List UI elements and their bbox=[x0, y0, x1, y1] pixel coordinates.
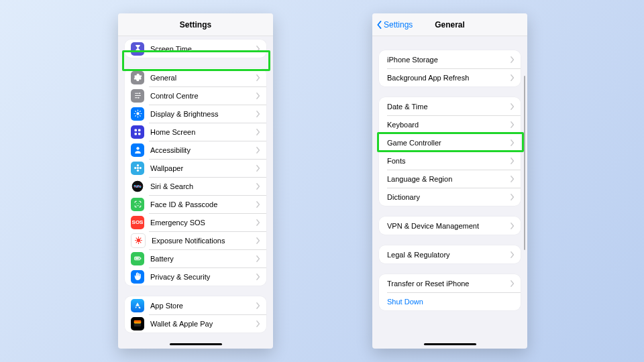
home-indicator[interactable] bbox=[424, 343, 476, 346]
group-reset: Transfer or Reset iPhone Shut Down bbox=[379, 274, 521, 310]
chevron-right-icon bbox=[256, 93, 260, 99]
group-screen-time-partial: Screen Time bbox=[125, 40, 266, 58]
row-language-region[interactable]: Language & Region bbox=[379, 170, 521, 188]
navbar: Settings bbox=[118, 13, 273, 36]
chevron-right-icon bbox=[511, 158, 515, 164]
chevron-right-icon bbox=[256, 129, 260, 135]
chevron-right-icon bbox=[511, 121, 515, 128]
chevron-right-icon bbox=[511, 194, 515, 200]
settings-screen: Settings Screen Time General Control Cen… bbox=[118, 13, 273, 349]
sos-icon: SOS bbox=[131, 216, 144, 229]
row-game-controller[interactable]: Game Controller bbox=[379, 133, 521, 152]
page-title: Settings bbox=[118, 20, 273, 29]
sun-icon bbox=[131, 107, 144, 121]
row-wallpaper[interactable]: Wallpaper bbox=[125, 159, 266, 177]
chevron-right-icon bbox=[511, 280, 515, 287]
row-shut-down[interactable]: Shut Down bbox=[379, 292, 521, 310]
row-iphone-storage[interactable]: iPhone Storage bbox=[379, 50, 521, 68]
row-battery[interactable]: Battery bbox=[125, 249, 266, 267]
chevron-right-icon bbox=[256, 165, 260, 172]
chevron-right-icon bbox=[256, 74, 260, 81]
battery-icon bbox=[131, 252, 144, 265]
row-fonts[interactable]: Fonts bbox=[379, 152, 521, 170]
row-privacy-security[interactable]: Privacy & Security bbox=[125, 267, 266, 286]
group-vpn: VPN & Device Management bbox=[379, 217, 521, 235]
back-button[interactable]: Settings bbox=[372, 20, 413, 29]
chevron-right-icon bbox=[511, 176, 515, 182]
hand-icon bbox=[131, 270, 144, 284]
chevron-right-icon bbox=[256, 46, 260, 52]
row-transfer-reset[interactable]: Transfer or Reset iPhone bbox=[379, 274, 521, 292]
gear-icon bbox=[131, 71, 144, 84]
chevron-right-icon bbox=[256, 147, 260, 154]
row-date-time[interactable]: Date & Time bbox=[379, 97, 521, 115]
row-display-brightness[interactable]: Display & Brightness bbox=[125, 105, 266, 123]
sliders-icon bbox=[131, 89, 144, 103]
row-keyboard[interactable]: Keyboard bbox=[379, 115, 521, 133]
chevron-right-icon bbox=[511, 103, 515, 110]
chevron-right-icon bbox=[256, 219, 260, 226]
row-exposure-notifications[interactable]: Exposure Notifications bbox=[125, 231, 266, 249]
chevron-right-icon bbox=[256, 274, 260, 280]
row-face-id-passcode[interactable]: Face ID & Passcode bbox=[125, 195, 266, 213]
chevron-right-icon bbox=[511, 223, 515, 229]
navbar: Settings General bbox=[372, 13, 527, 36]
row-background-app-refresh[interactable]: Background App Refresh bbox=[379, 68, 521, 86]
general-screen: Settings General iPhone Storage Backgrou… bbox=[372, 13, 527, 349]
scrollbar[interactable] bbox=[524, 76, 526, 250]
grid-icon bbox=[131, 125, 144, 139]
row-accessibility[interactable]: Accessibility bbox=[125, 141, 266, 159]
chevron-right-icon bbox=[511, 56, 515, 63]
chevron-right-icon bbox=[256, 111, 260, 117]
row-legal-regulatory[interactable]: Legal & Regulatory bbox=[379, 245, 521, 263]
row-home-screen[interactable]: Home Screen bbox=[125, 123, 266, 141]
chevron-right-icon bbox=[256, 183, 260, 190]
siri-icon bbox=[131, 180, 144, 193]
group-storage: iPhone Storage Background App Refresh bbox=[379, 50, 521, 86]
row-control-centre[interactable]: Control Centre bbox=[125, 86, 266, 105]
row-emergency-sos[interactable]: SOS Emergency SOS bbox=[125, 213, 266, 231]
group-general: General Control Centre Display & Brightn… bbox=[125, 68, 266, 286]
chevron-right-icon bbox=[256, 320, 260, 327]
chevron-right-icon bbox=[256, 237, 260, 244]
group-legal: Legal & Regulatory bbox=[379, 245, 521, 263]
chevron-right-icon bbox=[511, 251, 515, 258]
app-store-icon bbox=[131, 299, 144, 312]
row-general[interactable]: General bbox=[125, 68, 266, 86]
wallet-icon bbox=[131, 317, 144, 330]
row-vpn-device-management[interactable]: VPN & Device Management bbox=[379, 217, 521, 235]
row-dictionary[interactable]: Dictionary bbox=[379, 188, 521, 206]
row-siri-search[interactable]: Siri & Search bbox=[125, 177, 266, 195]
group-input: Date & Time Keyboard Game Controller Fon… bbox=[379, 97, 521, 206]
chevron-right-icon bbox=[256, 255, 260, 262]
row-wallet-apple-pay[interactable]: Wallet & Apple Pay bbox=[125, 314, 266, 333]
home-indicator[interactable] bbox=[170, 343, 222, 346]
chevron-right-icon bbox=[256, 302, 260, 309]
chevron-right-icon bbox=[256, 201, 260, 208]
group-store: App Store Wallet & Apple Pay bbox=[125, 296, 266, 333]
virus-icon bbox=[131, 233, 146, 248]
flower-icon bbox=[131, 162, 144, 175]
row-app-store[interactable]: App Store bbox=[125, 296, 266, 314]
row-screen-time[interactable]: Screen Time bbox=[125, 40, 266, 58]
hourglass-icon bbox=[131, 42, 144, 56]
back-label: Settings bbox=[384, 20, 413, 29]
face-id-icon bbox=[131, 198, 144, 211]
chevron-right-icon bbox=[511, 74, 515, 81]
accessibility-icon bbox=[131, 143, 144, 157]
chevron-right-icon bbox=[511, 139, 515, 146]
